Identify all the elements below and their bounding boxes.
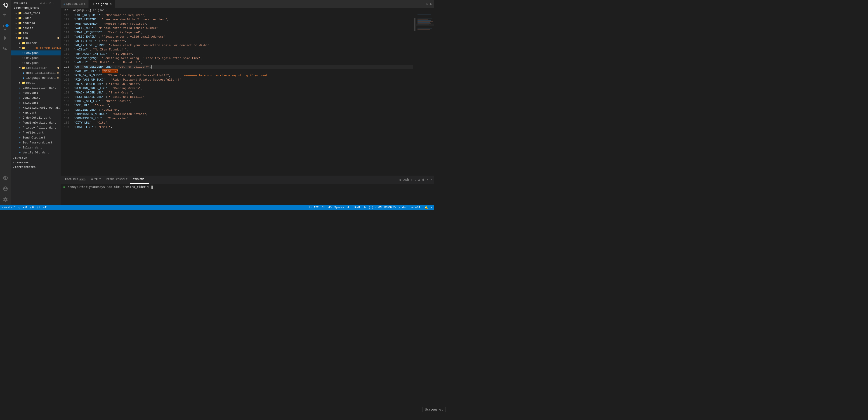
main-file[interactable]: ◆ main.dart <box>11 100 61 105</box>
dart-icon3: ◆ <box>18 86 22 90</box>
code-lines[interactable]: "USER_REQUIRED" : "Username is Required"… <box>72 13 413 176</box>
account-activity-icon[interactable] <box>2 185 9 192</box>
localization-folder[interactable]: ▼ 📂 Localization <box>11 65 61 71</box>
errors-item[interactable]: ⊗ 0 <box>23 206 27 209</box>
problems-count-item[interactable]: 441 <box>43 206 48 209</box>
maximize-panel-icon[interactable]: ∧ <box>427 178 428 182</box>
terminal-split-icon[interactable]: + <box>411 178 412 182</box>
broadcast-item[interactable]: ⊗ <box>431 206 432 209</box>
breadcrumb-language[interactable]: Language <box>72 9 85 12</box>
close-panel-icon[interactable]: × <box>430 178 432 182</box>
ur-json-file[interactable]: {} ur.json <box>11 60 61 65</box>
svg-rect-4 <box>417 17 431 17</box>
dart-icon10: ◆ <box>18 121 22 124</box>
maintainance-file[interactable]: ◆ MaintainanceScreen.dart <box>11 105 61 110</box>
language-item[interactable]: { } JSON <box>369 206 382 209</box>
privacy-file[interactable]: ◆ Privacy_Policy.dart <box>11 125 61 130</box>
editor-scrollbar[interactable] <box>413 13 416 176</box>
timeline-section[interactable]: ▶ TIMELINE <box>11 161 61 165</box>
lib-folder[interactable]: ▼ 📂 lib <box>11 35 61 40</box>
new-terminal-icon[interactable]: ⊞ zsh <box>399 178 409 182</box>
spaces-item[interactable]: Spaces: 4 <box>334 206 349 209</box>
new-file-icon[interactable]: ⊕ <box>40 2 42 5</box>
en-json-file[interactable]: {} en.json <box>11 51 61 55</box>
tab-problems[interactable]: PROBLEMS 441 <box>62 176 88 184</box>
ln-121: 121 <box>61 60 69 65</box>
explorer-activity-icon[interactable] <box>2 2 9 9</box>
tab-terminal[interactable]: TERMINAL <box>130 176 149 184</box>
tab-debug-console[interactable]: DEBUG CONSOLE <box>104 176 130 184</box>
extensions-activity-icon[interactable] <box>2 45 9 53</box>
assets-arrow: ▶ <box>14 26 18 30</box>
assets-folder[interactable]: ▶ 📁 assets <box>11 26 61 31</box>
map-file[interactable]: ◆ Map.dart <box>11 110 61 115</box>
spaces-text: Spaces: 4 <box>334 206 349 209</box>
tab-splash-dart[interactable]: ◆ Splash.dart <box>61 0 89 8</box>
idea-folder[interactable]: ▶ 📁 .idea <box>11 16 61 21</box>
split-editor-icon[interactable]: ⊟ <box>430 2 432 6</box>
code-line-117: "NO_INTERNET_DISC" : "Please check your … <box>74 43 413 48</box>
collapse-icon[interactable]: ⊟ <box>50 2 52 5</box>
helper-folder[interactable]: ▶ 📁 Helper <box>11 40 61 46</box>
search-activity-icon[interactable] <box>2 13 9 20</box>
source-control-activity-icon[interactable]: 2 <box>2 24 9 31</box>
verify-otp-file[interactable]: ◆ Verify_Otp.dart <box>11 150 61 155</box>
new-folder-icon[interactable]: ⊕ <box>43 2 45 5</box>
tab-close-icon[interactable]: × <box>110 2 112 6</box>
terminal-dropdown-icon[interactable]: ⌄ <box>414 178 416 181</box>
breadcrumb-enjson[interactable]: {} en.json <box>88 9 104 12</box>
line-ending-item[interactable]: LF <box>363 206 366 209</box>
cash-collection-file[interactable]: ◆ CashCollection.dart <box>11 85 61 90</box>
run-icon-tab[interactable]: ▷ <box>427 2 428 6</box>
remote-activity-icon[interactable] <box>2 174 9 181</box>
set-password-file[interactable]: ◆ Set_Password.dart <box>11 140 61 145</box>
main-label: main.dart <box>23 101 61 105</box>
breadcrumb-dots[interactable]: ... <box>108 9 113 12</box>
dependencies-section[interactable]: ▶ DEPENDENCIES <box>11 165 61 169</box>
device-item[interactable]: RMX3265 (android-arm64) <box>384 206 422 209</box>
login-file[interactable]: ◆ Login.dart <box>11 95 61 100</box>
code-editor[interactable]: 110 111 112 113 114 115 116 117 118 119 … <box>61 13 434 176</box>
warning-icon: ⚠ <box>30 206 31 209</box>
outline-section[interactable]: ▶ OUTLINE <box>11 156 61 161</box>
pending-ord-file[interactable]: ◆ PendingOrdList.dart <box>11 120 61 125</box>
language-folder[interactable]: ▼ 📂 Language ←——— go to your language co… <box>11 46 61 51</box>
ios-folder[interactable]: ▶ 📁 ios <box>11 31 61 35</box>
terminal-content[interactable]: ◉ hencypithadiya@Hencys-Mac-mini erestro… <box>61 184 434 205</box>
run-activity-icon[interactable] <box>2 34 9 41</box>
android-folder[interactable]: ▶ 📁 android <box>11 21 61 26</box>
settings-activity-icon[interactable] <box>2 196 9 203</box>
model-folder[interactable]: ▶ 📁 Model <box>11 80 61 85</box>
project-root[interactable]: ▼ ERESTRO_RIDER <box>11 6 61 11</box>
delete-terminal-icon[interactable]: 🗑 <box>422 178 425 182</box>
refresh-icon[interactable]: ↻ <box>46 2 49 5</box>
encoding-item[interactable]: UTF-8 <box>352 206 360 209</box>
deps-label: DEPENDENCIES <box>15 166 36 169</box>
info-item[interactable]: ℹ 0 <box>37 206 40 209</box>
notifications-item[interactable]: 🔔 <box>425 206 428 209</box>
tab-en-json[interactable]: {} en.json × <box>89 0 115 8</box>
dart-icon5: ◆ <box>18 96 22 100</box>
send-otp-file[interactable]: ◆ Send_Otp.dart <box>11 135 61 140</box>
activity-bar-bottom <box>2 174 9 205</box>
breadcrumb-lib[interactable]: lib <box>63 9 68 12</box>
order-detail-file[interactable]: ◆ OrderDetail.dart <box>11 115 61 120</box>
profile-file[interactable]: ◆ Profile.dart <box>11 130 61 135</box>
demo-localization-file[interactable]: ◆ demo_localization.dart M <box>11 71 61 75</box>
editor-scrollbar-thumb[interactable] <box>414 18 415 31</box>
split-terminal-icon[interactable]: ⊟ <box>418 178 420 182</box>
tab-output[interactable]: OUTPUT <box>88 176 103 184</box>
cursor-pos-item[interactable]: Ln 122, Col 45 <box>309 206 332 209</box>
hi-json-file[interactable]: {} hi.json <box>11 55 61 60</box>
warnings-item[interactable]: ⚠ 0 <box>30 206 34 209</box>
git-branch-item[interactable]: ⑂ master* <box>2 206 16 209</box>
idea-arrow: ▶ <box>14 16 18 20</box>
splash-file[interactable]: ◆ Splash.dart <box>11 145 61 150</box>
language-constant-file[interactable]: ◆ language_constant.dart M <box>11 75 61 80</box>
code-line-123: "MADE_BY_LBL" : "Made By" , <box>74 69 413 73</box>
dart-tool-folder[interactable]: ▶ 📁 .dart_tool <box>11 11 61 16</box>
home-file[interactable]: ◆ Home.dart <box>11 90 61 95</box>
tab-splash-label: Splash.dart <box>66 2 86 6</box>
sync-item[interactable]: ↻ <box>18 206 20 209</box>
more-actions-icon[interactable]: ··· <box>53 2 58 5</box>
